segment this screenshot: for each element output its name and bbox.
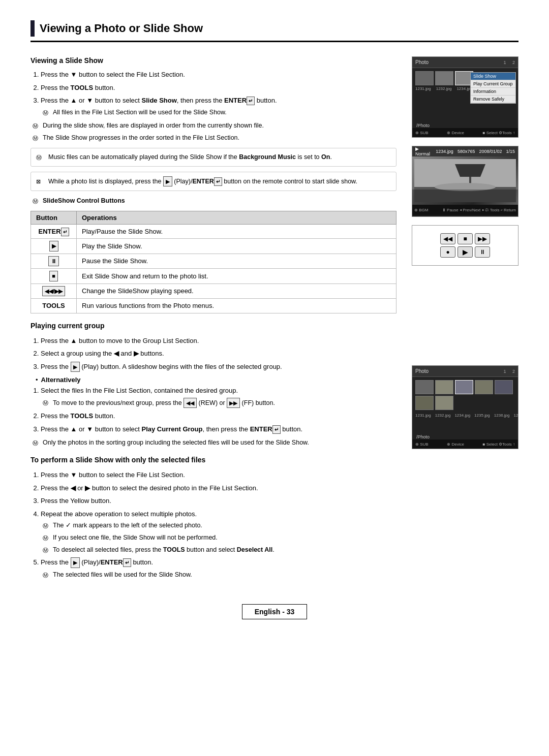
play-note-icon: ⊠ [36,177,44,187]
ss-title-1: Photo [415,59,429,65]
svg-marker-3 [455,164,485,177]
remote-btn-rec: ● [440,246,455,258]
note-circle-icon: Ⓜ [43,109,50,117]
note-slideshow-order: Ⓜ The Slide Show progresses in the order… [30,133,396,143]
ss-tab-2: 1 2 [503,369,515,374]
ss-thumb2-5 [495,380,513,394]
music-note-icon: Ⓜ [36,153,44,162]
ss-photo-svg [414,159,516,202]
ss-bottom-left-1: ⊕ SUB [415,131,429,135]
section-heading-playing: Playing current group [30,322,396,330]
btn-tools: TOOLS [31,299,77,313]
remote-btn-stop: ■ [458,233,473,244]
ss-label-2: 1232.jpg [436,86,452,91]
title-accent [30,20,35,37]
alt-step-3: Press the ▲ or ▼ button to select Play C… [41,424,396,434]
ss-thumb2-1 [415,380,434,394]
play-btn-icon: ▶ [163,176,172,187]
ss-page: 1/15 [506,149,515,154]
ss-label-1: 1231.jpg [415,86,431,91]
page-title: Viewing a Photo or Slide Show [40,22,203,35]
ss-dropdown-menu: Slide Show Play Current Group Informatio… [470,72,516,104]
sel-note-4: Ⓜ The selected files will be used for th… [41,570,396,580]
remote-btn-play: ▶ [458,246,473,258]
note-icon-2: Ⓜ [33,134,40,143]
music-note-text: Music files can be automatically played … [48,152,332,162]
alt-note: Ⓜ To move to the previous/next group, pr… [41,398,396,408]
ss-photo-bottom: ⊕ BGM ⏸ Pause ◀ Prev/Next ▶ ⚙ Tools ↩ Re… [412,205,518,215]
alt-note2-icon: Ⓜ [33,439,40,448]
note-text-2: The Slide Show progresses in the order s… [43,133,239,143]
step-3: Press the ▲ or ▼ button to select Slide … [41,96,396,117]
sel-note-1: Ⓜ The ✓ mark appears to the left of the … [41,521,396,530]
play-step-2: Select a group using the ◀ and ▶ buttons… [41,349,396,359]
note-icon-1: Ⓜ [33,122,40,131]
ss-menu-item-slideshow: Slide Show [471,73,515,80]
remote-btn-ff: ▶▶ [475,233,490,244]
ss-controls: ⏸ Pause ◀ Prev/Next ▶ ⚙ Tools ↩ Return [442,208,516,212]
right-column: Photo 1 2 1231.jpg 1232.jpg 1234.jpg [412,56,518,584]
screenshot-photo-view: ▶ Normal 1234.jpg 580x765 2008/01/02 1/1… [412,146,518,217]
step3-note: Ⓜ All files in the File List Section wil… [41,108,396,117]
btn-pause: ⏸ [31,254,77,269]
screenshot-photo-list-2: Photo 1 2 1231.jpg 1232.jpg 1234.jpg 123… [412,365,518,449]
ss-photo-image [412,156,518,205]
ss-bottom-mid-2: ⊕ Device [447,442,464,447]
sel-note-2: Ⓜ If you select one file, the Slide Show… [41,533,396,543]
ss-thumb-1 [415,71,434,85]
sel-note-3: Ⓜ To deselect all selected files, press … [41,545,396,555]
table-row: ENTER↵ Play/Pause the Slide Show. [31,224,396,239]
slideshow-steps: Press the ▼ button to select the File Li… [30,70,396,117]
ss-date: 2008/01/02 [479,149,502,154]
alt-note2: Ⓜ Only the photos in the sorting group i… [30,438,396,448]
screenshot-remote: ◀◀ ■ ▶▶ ● ▶ ⏸ [412,225,518,266]
ss-bottom-right-1: ■ Select ⚙Tools ↑ [483,131,515,135]
page-title-container: Viewing a Photo or Slide Show [30,20,518,42]
remote-btn-rew: ◀◀ [440,233,455,244]
svg-point-5 [435,183,496,191]
ss-thumb2-2 [435,380,453,394]
ss-thumb2-6 [415,396,434,410]
ss-title-2: Photo [415,368,429,374]
ss-thumb2-4 [475,380,493,394]
alt-step-2: Press the TOOLS button. [41,411,396,421]
step-1: Press the ▼ button to select the File Li… [41,70,396,80]
sel-step-5: Press the ▶ (Play)/ENTER↵ button. Ⓜ The … [41,557,396,579]
section-heading-selected: To perform a Slide Show with only the se… [30,456,396,464]
step-2: Press the TOOLS button. [41,83,396,93]
sel-step-3: Press the Yellow button. [41,496,396,506]
selected-steps: Press the ▼ button to select the File Li… [30,470,396,580]
op-pause: Pause the Slide Show. [77,254,396,269]
ss-bottom-mid-1: ⊕ Device [447,131,464,135]
ss-thumb-2 [435,71,453,85]
btn-enter: ENTER↵ [31,224,77,239]
ss-photo-label-2: /Photo [416,434,430,439]
ss-photo-top: ▶ Normal 1234.jpg 580x765 2008/01/02 1/1… [412,146,518,156]
playing-steps: Press the ▲ button to move to the Group … [30,336,396,372]
op-enter: Play/Pause the Slide Show. [77,224,396,239]
ss-thumb-grid-2 [412,377,518,413]
col-operations: Operations [77,211,396,224]
alt-note-text: To move to the previous/next group, pres… [53,398,275,408]
ss-title-bar-1: Photo 1 2 [412,57,518,68]
ss-thumb2-3 [455,380,473,394]
play-btn: ▶ [71,362,80,372]
alt-steps: Select the files In the File List Sectio… [30,386,396,434]
left-column: Viewing a Slide Show Press the ▼ button … [30,56,396,584]
col-button: Button [31,211,77,224]
ss-normal-label: ▶ Normal [415,146,432,156]
play-note-box: ⊠ While a photo list is displayed, press… [30,172,396,192]
ss-bottom-right-2: ■ Select ⚙Tools ↑ [483,442,515,447]
step3-note-text: All files in the File List Section will … [53,108,227,117]
ss-resolution: 580x765 [458,149,475,154]
ss-menu-item-remove: Remove Safely [471,96,515,103]
op-tools: Run various functions from the Photo men… [77,299,396,313]
svg-rect-1 [414,187,516,202]
music-note-box: Ⓜ Music files can be automatically playe… [30,148,396,167]
main-layout: Viewing a Slide Show Press the ▼ button … [30,56,518,584]
play-step-1: Press the ▲ button to move to the Group … [41,336,396,346]
ss-thumb-col: 1231.jpg 1232.jpg 1234.jpg [415,71,473,91]
ss-labels: 1231.jpg 1232.jpg 1234.jpg [415,86,473,91]
alt-note-icon: Ⓜ [43,399,50,407]
ss-photo-label-1: /Photo [416,123,430,128]
